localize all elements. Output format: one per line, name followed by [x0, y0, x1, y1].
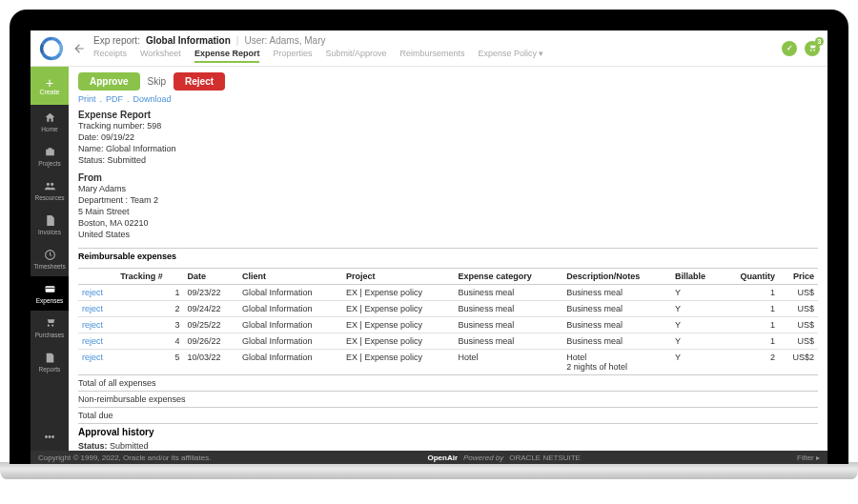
- table-row: reject 5 10/03/22 Global Information EX …: [78, 350, 818, 375]
- row-client: Global Information: [238, 285, 342, 301]
- row-num: 3: [116, 317, 183, 333]
- plus-icon: +: [46, 77, 53, 89]
- row-desc: Hotel2 nights of hotel: [562, 350, 671, 375]
- sidebar-more[interactable]: •••: [31, 422, 69, 451]
- row-reject-link[interactable]: reject: [82, 336, 103, 346]
- main-content: Approve Skip Reject Print. PDF. Download…: [69, 67, 827, 451]
- top-bar: Exp report: Global Information | User: A…: [31, 30, 827, 67]
- row-client: Global Information: [238, 301, 342, 317]
- footer-filter[interactable]: Filter ▸: [797, 454, 820, 462]
- footer-oracle: ORACLE NETSUITE: [509, 454, 581, 462]
- col-client: Client: [238, 269, 342, 285]
- col-blank: [78, 269, 116, 285]
- row-project: EX | Expense policy: [342, 301, 455, 317]
- from-country: United States: [78, 230, 130, 239]
- download-link[interactable]: Download: [133, 94, 172, 104]
- tab-expense-report[interactable]: Expense Report: [194, 49, 260, 63]
- row-date: 09/23/22: [183, 285, 238, 301]
- tab-reimbursements[interactable]: Reimbursements: [399, 49, 464, 63]
- table-row: reject 2 09/24/22 Global Information EX …: [78, 301, 818, 317]
- status-label: Status:: [78, 155, 105, 165]
- approve-button[interactable]: Approve: [78, 72, 140, 91]
- reject-button[interactable]: Reject: [174, 72, 225, 91]
- subnav-tabs: Receipts Worksheet Expense Report Proper…: [93, 49, 774, 63]
- tab-expense-policy[interactable]: Expense Policy▾: [479, 49, 544, 63]
- print-link[interactable]: Print: [78, 94, 96, 104]
- row-reject-link[interactable]: reject: [82, 288, 103, 297]
- col-category: Expense category: [455, 269, 563, 285]
- people-icon: [44, 180, 56, 192]
- table-row: reject 4 09/26/22 Global Information EX …: [78, 333, 818, 350]
- back-arrow-icon[interactable]: [72, 42, 86, 55]
- row-category: Business meal: [455, 285, 563, 301]
- col-billable: Billable: [671, 269, 723, 285]
- row-reject-link[interactable]: reject: [82, 320, 103, 330]
- row-price: US$: [779, 301, 818, 317]
- row-desc: Business meal: [562, 333, 671, 350]
- row-qty: 2: [723, 350, 780, 375]
- row-category: Business meal: [455, 333, 563, 350]
- row-num: 1: [116, 285, 183, 301]
- row-reject-link[interactable]: reject: [82, 353, 103, 362]
- report-icon: [44, 352, 56, 364]
- status-check-badge[interactable]: ✓: [782, 41, 797, 56]
- notifications-badge[interactable]: 3: [805, 41, 820, 56]
- row-qty: 1: [723, 333, 780, 350]
- table-row: reject 1 09/23/22 Global Information EX …: [78, 285, 818, 301]
- col-qty: Quantity: [723, 269, 780, 285]
- document-icon: [44, 214, 56, 227]
- row-client: Global Information: [238, 317, 342, 333]
- sidebar-item-home[interactable]: Home: [31, 105, 69, 139]
- chevron-down-icon: ▾: [539, 49, 543, 58]
- clock-icon: [44, 249, 56, 261]
- approval-status-label: Status:: [78, 441, 108, 451]
- home-icon: [44, 111, 56, 124]
- from-heading: From: [78, 172, 818, 183]
- from-name: Mary Adams: [78, 184, 126, 193]
- briefcase-icon: [44, 146, 56, 158]
- svg-rect-1: [45, 286, 54, 292]
- table-row: reject 3 09/25/22 Global Information EX …: [78, 317, 818, 333]
- sidebar-item-timesheets[interactable]: Timesheets: [31, 242, 69, 276]
- row-project: EX | Expense policy: [342, 285, 455, 301]
- row-num: 4: [116, 333, 183, 350]
- badge-count: 3: [815, 37, 824, 46]
- tab-properties[interactable]: Properties: [273, 49, 312, 63]
- create-label: Create: [39, 89, 59, 95]
- row-desc: Business meal: [562, 285, 671, 301]
- row-reject-link[interactable]: reject: [82, 304, 103, 313]
- create-button[interactable]: + Create: [31, 67, 69, 105]
- tab-submit-approve[interactable]: Submit/Approve: [325, 49, 386, 63]
- sidebar-item-expenses[interactable]: Expenses: [31, 276, 69, 311]
- report-date: 09/19/22: [101, 132, 134, 142]
- row-billable: Y: [671, 285, 723, 301]
- sidebar-item-reports[interactable]: Reports: [31, 345, 69, 379]
- sidebar-item-purchases[interactable]: Purchases: [31, 311, 69, 345]
- from-city: Boston, MA 02210: [78, 218, 149, 228]
- app-logo-icon: [38, 35, 65, 62]
- approval-heading: Approval history: [78, 423, 818, 440]
- row-category: Hotel: [455, 350, 563, 375]
- sidebar-item-projects[interactable]: Projects: [31, 139, 69, 173]
- row-price: US$: [779, 317, 818, 333]
- row-date: 10/03/22: [183, 350, 238, 375]
- pdf-link[interactable]: PDF: [106, 94, 123, 104]
- row-desc: Business meal: [562, 317, 671, 333]
- tab-worksheet[interactable]: Worksheet: [140, 49, 181, 63]
- row-project: EX | Expense policy: [342, 350, 455, 375]
- sidebar-item-resources[interactable]: Resources: [31, 173, 69, 208]
- name-label: Name:: [78, 144, 104, 153]
- col-date: Date: [183, 269, 238, 285]
- footer-copyright: Copyright © 1999, 2022, Oracle and/or it…: [38, 454, 211, 462]
- report-status: Submitted: [108, 155, 147, 165]
- row-project: EX | Expense policy: [342, 333, 455, 350]
- from-dept: Team 2: [130, 195, 158, 205]
- skip-button[interactable]: Skip: [148, 76, 166, 87]
- from-street: 5 Main Street: [78, 207, 130, 216]
- row-qty: 1: [723, 301, 780, 317]
- approval-status: Submitted: [110, 441, 149, 451]
- tab-receipts[interactable]: Receipts: [93, 49, 127, 63]
- report-name: Global Information: [106, 144, 176, 153]
- sidebar-item-invoices[interactable]: Invoices: [31, 208, 69, 242]
- row-price: US$: [779, 285, 818, 301]
